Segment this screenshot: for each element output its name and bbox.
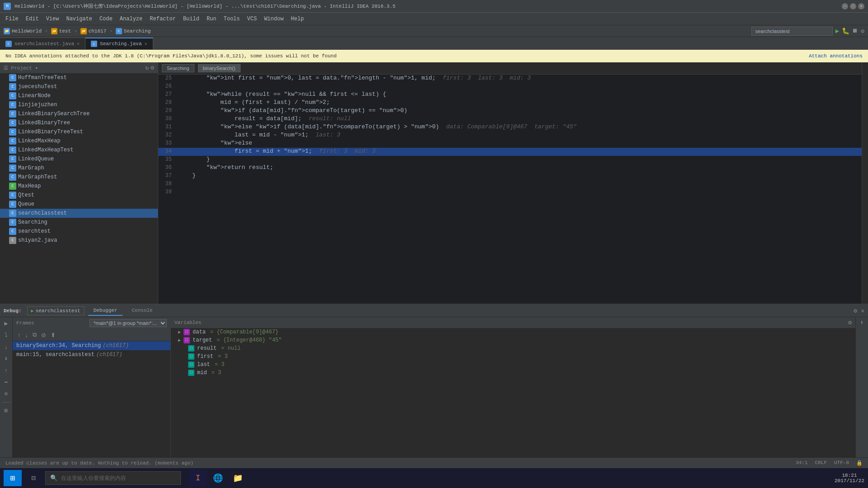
menu-code[interactable]: Code: [96, 14, 116, 24]
step-into-btn[interactable]: ↓: [2, 343, 11, 352]
cursor-position[interactable]: 34:1: [796, 460, 807, 466]
line-content[interactable]: "kw">while (result == "kw">null && first…: [176, 91, 862, 99]
sidebar-item-searching[interactable]: CSearching: [0, 218, 158, 227]
frame-filter-btn[interactable]: ⊘: [40, 331, 47, 339]
sidebar-item-maxheap[interactable]: CMaxHeap: [0, 182, 158, 191]
line-content[interactable]: result = data[mid]; result: null: [176, 115, 862, 123]
variable-item[interactable]: ▶□data= {Comparable[9]@467}: [171, 328, 855, 336]
resume-btn[interactable]: ▶: [2, 319, 11, 328]
menu-run[interactable]: Run: [203, 14, 220, 24]
tab-searching[interactable]: C Searching.java ✕: [85, 38, 153, 49]
menu-window[interactable]: Window: [260, 14, 287, 24]
sidebar-item-qtest[interactable]: CQtest: [0, 191, 158, 200]
line-content[interactable]: [176, 83, 862, 91]
restore-btn[interactable]: ⬆: [860, 319, 864, 326]
taskbar-icon-browser1[interactable]: 🌐: [210, 470, 226, 486]
variable-item[interactable]: □mid= 3: [171, 369, 855, 377]
frame-export-btn[interactable]: ⬆: [49, 331, 57, 339]
method-binarysearch[interactable]: binarySearch(): [198, 64, 241, 72]
sidebar-item-huffmantreetest[interactable]: CHuffmanTreeTest: [0, 73, 158, 82]
close-tab-searchclasstest[interactable]: ✕: [77, 41, 80, 47]
debug-close-btn[interactable]: ✕: [861, 307, 864, 314]
line-content[interactable]: first = mid + "num">1; first: 3 mid: 3: [176, 148, 862, 156]
breadcrumb-searching[interactable]: Searching: [124, 28, 151, 34]
variables-settings-btn[interactable]: ⚙: [848, 319, 852, 326]
line-content[interactable]: }: [176, 172, 862, 180]
method-searching[interactable]: Searching: [162, 64, 194, 72]
menu-vcs[interactable]: VCS: [244, 14, 261, 24]
sidebar-item-linearnode[interactable]: CLinearNode: [0, 91, 158, 100]
console-tab[interactable]: Console: [126, 306, 158, 316]
sidebar-item-margraphtest[interactable]: CMarGraphTest: [0, 173, 158, 182]
sidebar-item-searchclasstest[interactable]: Csearchclasstest: [0, 209, 158, 218]
line-content[interactable]: last = mid - "num">1; last: 3: [176, 131, 862, 140]
line-content[interactable]: "kw">int first = "num">0, last = data."f…: [176, 75, 862, 83]
frame-copy-btn[interactable]: ⧉: [31, 331, 38, 339]
variable-item[interactable]: □first= 3: [171, 352, 855, 361]
close-tab-searching[interactable]: ✕: [144, 41, 147, 47]
line-content[interactable]: "kw">return result;: [176, 164, 862, 172]
expand-arrow[interactable]: ▶: [178, 329, 181, 335]
debug-settings-btn[interactable]: ⚙: [854, 307, 857, 314]
line-content[interactable]: "kw">if (data[mid]."fn">compareTo(target…: [176, 107, 862, 115]
menu-help[interactable]: Help: [287, 14, 307, 24]
thread-dropdown[interactable]: *main*@1 in group *main*:...: [90, 319, 167, 327]
code-editor[interactable]: 25 "kw">int first = "num">0, last = data…: [158, 75, 862, 304]
variable-item[interactable]: ▶□target= {Integer@468} "45": [171, 336, 855, 344]
sidebar-item-searchtest[interactable]: Csearchtest: [0, 227, 158, 236]
run-button[interactable]: ▶: [835, 27, 839, 35]
sidebar-item-margraph[interactable]: CMarGraph: [0, 164, 158, 173]
debug-session-tab[interactable]: ▶ searchclasstest: [27, 306, 85, 315]
sidebar-item-linkedmaxheap[interactable]: CLinkedMaxHeap: [0, 136, 158, 145]
variable-item[interactable]: □last= 3: [171, 361, 855, 369]
sidebar-item-linkedbinarytreetest[interactable]: CLinkedBinaryTreeTest: [0, 127, 158, 136]
menu-refactor[interactable]: Refactor: [146, 14, 179, 24]
breadcrumb-ch1617[interactable]: ch1617: [89, 28, 107, 34]
step-out-btn[interactable]: ↑: [2, 366, 11, 375]
menu-view[interactable]: View: [42, 14, 63, 24]
close-button[interactable]: ✕: [858, 3, 864, 9]
run-config-search[interactable]: [751, 27, 833, 36]
stop-button[interactable]: ⏹: [852, 28, 858, 34]
frame-down-btn[interactable]: ↓: [24, 331, 30, 339]
sidebar-item-jueceshutest[interactable]: CjueceshuTest: [0, 82, 158, 91]
encoding[interactable]: UTF-8: [834, 460, 849, 466]
start-button[interactable]: ⊞: [4, 470, 22, 486]
frame-item[interactable]: main:15, searchclasstest(ch1617): [13, 350, 170, 359]
sidebar-settings-btn[interactable]: ⚙: [151, 64, 154, 71]
sidebar-item-queue[interactable]: CQueue: [0, 200, 158, 209]
menu-file[interactable]: File: [2, 14, 22, 24]
line-content[interactable]: [176, 188, 862, 197]
breadcrumb-test[interactable]: test: [59, 28, 71, 34]
tab-searchclasstest[interactable]: C searchclasstest.java ✕: [0, 38, 85, 49]
variable-item[interactable]: □result= null: [171, 344, 855, 352]
breadcrumb-project[interactable]: HelloWorld: [12, 28, 42, 34]
sidebar-sync-btn[interactable]: ↻: [145, 64, 149, 71]
taskbar-icon-intellij[interactable]: I: [190, 470, 206, 486]
line-content[interactable]: mid = (first + last) / "num">2;: [176, 99, 862, 107]
menu-edit[interactable]: Edit: [22, 14, 42, 24]
taskbar-search[interactable]: 🔍 在这里输入你要搜索的内容: [45, 471, 181, 485]
attach-annotations-link[interactable]: Attach annotations: [809, 53, 863, 59]
line-content[interactable]: "kw">else: [176, 140, 862, 148]
menu-tools[interactable]: Tools: [220, 14, 244, 24]
sidebar-item-linjiejuzhen[interactable]: Clinjiejuzhen: [0, 100, 158, 109]
taskbar-icon-app1[interactable]: 📁: [230, 470, 246, 486]
line-ending[interactable]: CRLF: [815, 460, 827, 466]
debugger-tab[interactable]: Debugger: [88, 306, 123, 316]
run-to-cursor-btn[interactable]: ➡: [2, 378, 11, 387]
sidebar-item-linkedbinarysearchtree[interactable]: CLinkedBinarySearchTree: [0, 109, 158, 118]
taskview-btn[interactable]: ⊟: [25, 470, 42, 486]
line-content[interactable]: }: [176, 156, 862, 164]
sidebar-item-linkedbinarytree[interactable]: CLinkedBinaryTree: [0, 118, 158, 127]
menu-analyze[interactable]: Analyze: [116, 14, 146, 24]
menu-navigate[interactable]: Navigate: [62, 14, 96, 24]
line-content[interactable]: "kw">else "kw">if (data[mid]."fn">compar…: [176, 123, 862, 131]
evaluate-btn[interactable]: ≡: [2, 389, 11, 399]
expand-arrow[interactable]: ▶: [178, 338, 181, 343]
step-over-btn[interactable]: ⤵: [2, 331, 11, 340]
line-content[interactable]: [176, 180, 862, 188]
sidebar-item-shiyan2.java[interactable]: Cshiyan2.java: [0, 236, 158, 245]
more-tools-button[interactable]: ⚙: [861, 28, 864, 35]
minimize-button[interactable]: —: [842, 3, 848, 9]
